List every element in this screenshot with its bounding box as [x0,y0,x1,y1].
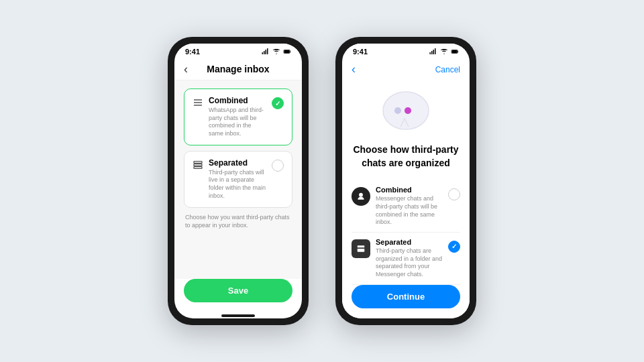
combined-icon [193,97,203,111]
wifi-icon [272,48,280,56]
svg-rect-5 [284,50,290,53]
phone1-screen: 9:41 ‹ Manage inbox [174,44,302,318]
separated-row-icon [352,239,370,258]
svg-rect-15 [435,48,436,54]
home-indicator-1 [221,314,255,317]
phone1-content: Combined WhatsApp and third-party chats … [174,80,302,279]
back-button-1[interactable]: ‹ [184,62,188,76]
svg-rect-14 [433,50,435,54]
separated-icon [193,160,203,173]
continue-button[interactable]: Continue [352,285,460,308]
combined-row-radio [448,188,460,200]
separated-check [272,160,284,172]
signal-icon-2 [429,48,437,56]
combined-row-desc: Messenger chats and third-party chats wi… [376,195,443,227]
combined-check [272,97,284,109]
phone2-screen: 9:41 ‹ Cancel [342,44,470,318]
svg-rect-10 [194,164,202,166]
back-button-2[interactable]: ‹ [352,62,356,76]
status-bar-2: 9:41 [342,44,470,58]
svg-rect-12 [430,52,431,54]
combined-row[interactable]: Combined Messenger chats and third-party… [352,180,460,233]
combined-option-card[interactable]: Combined WhatsApp and third-party chats … [184,88,292,145]
nav-bar-2: ‹ Cancel [342,58,470,82]
status-icons-2 [429,48,459,56]
phones-container: 9:41 ‹ Manage inbox [168,37,476,325]
separated-desc: Third-party chats will live in a separat… [209,169,266,200]
svg-rect-3 [267,48,268,54]
separated-title: Separated [209,158,266,168]
separated-row-desc: Third-party chats are organized in a fol… [376,247,443,279]
phone2-content: Choose how third-party chats are organiz… [342,82,470,318]
battery-icon-2 [451,48,459,56]
separated-text: Separated Third-party chats will live in… [209,158,266,200]
svg-rect-0 [262,52,264,54]
svg-point-21 [405,107,411,114]
separated-row-text: Separated Third-party chats are organize… [376,238,443,279]
combined-desc: WhatsApp and third-party chats will be c… [209,107,266,138]
svg-rect-17 [452,50,458,53]
nav-bar-1: ‹ Manage inbox [174,58,302,80]
separated-row-radio [448,241,460,253]
manage-inbox-title: Manage inbox [207,64,269,74]
svg-rect-23 [358,245,365,247]
phone-whatsapp: 9:41 ‹ Manage inbox [168,37,309,325]
cancel-button[interactable]: Cancel [435,65,460,74]
svg-rect-13 [431,51,433,54]
combined-row-icon [352,187,370,206]
hint-text: Choose how you want third-party chats to… [184,213,292,230]
svg-point-22 [359,193,363,197]
status-time-1: 9:41 [185,48,200,56]
signal-icon [262,48,270,56]
heading-text: Choose how third-party chats are organiz… [352,143,460,170]
chat-bubble-icon [379,88,433,135]
separated-option-card[interactable]: Separated Third-party chats will live in… [184,151,292,208]
separated-row-title: Separated [376,238,443,246]
status-icons-1 [262,48,291,56]
svg-rect-9 [194,161,202,163]
separated-row[interactable]: Separated Third-party chats are organize… [352,233,460,285]
combined-row-title: Combined [376,186,443,194]
combined-title: Combined [209,96,266,105]
svg-rect-24 [358,249,365,252]
save-button[interactable]: Save [184,279,292,302]
svg-rect-11 [194,166,202,168]
wifi-icon-2 [440,48,448,56]
svg-rect-2 [266,50,267,54]
combined-text: Combined WhatsApp and third-party chats … [209,96,266,138]
phone-messenger: 9:41 ‹ Cancel [335,37,476,325]
combined-row-text: Combined Messenger chats and third-party… [376,186,443,227]
status-time-2: 9:41 [353,48,368,56]
svg-point-19 [394,107,401,114]
svg-rect-1 [264,51,265,54]
status-bar-1: 9:41 [174,44,302,58]
battery-icon [283,48,291,56]
